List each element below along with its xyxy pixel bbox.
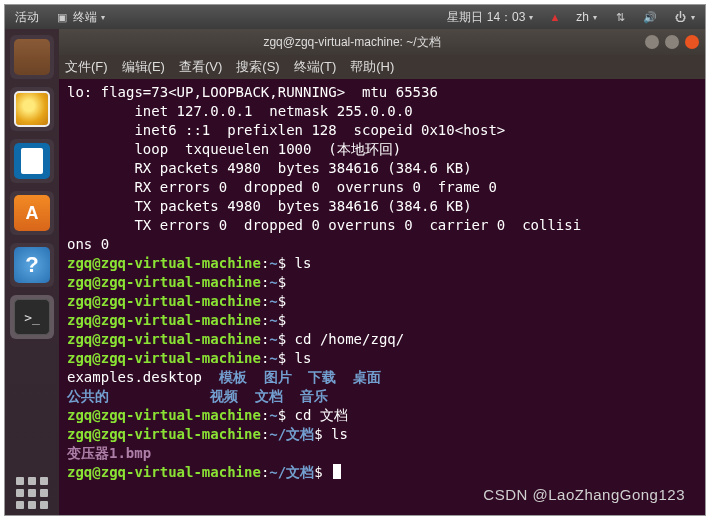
menu-search[interactable]: 搜索(S): [236, 58, 279, 76]
prompt-user: zgq@zgq-virtual-machine: [67, 407, 261, 423]
chevron-down-icon: ▾: [101, 13, 105, 22]
prompt-user: zgq@zgq-virtual-machine: [67, 331, 261, 347]
chevron-down-icon: ▾: [691, 13, 695, 22]
out: loop txqueuelen 1000 (本地环回): [67, 141, 401, 157]
prompt-dollar: $: [314, 426, 331, 442]
launcher-writer[interactable]: [10, 139, 54, 183]
clock[interactable]: 星期日 14：03 ▾: [443, 9, 537, 26]
unity-launcher: [5, 29, 59, 515]
terminal-menubar: 文件(F) 编辑(E) 查看(V) 搜索(S) 终端(T) 帮助(H): [59, 55, 705, 79]
power-icon: ⏻: [673, 10, 687, 24]
app-menu[interactable]: ▣ 终端 ▾: [51, 9, 109, 26]
out: TX errors 0 dropped 0 overruns 0 carrier…: [67, 217, 581, 233]
terminal-window: zgq@zgq-virtual-machine: ~/文档 文件(F) 编辑(E…: [59, 29, 705, 515]
prompt-user: zgq@zgq-virtual-machine: [67, 350, 261, 366]
app-menu-label: 终端: [73, 9, 97, 26]
launcher-files[interactable]: [10, 35, 54, 79]
speaker-icon: 🔊: [643, 10, 657, 24]
launcher-help[interactable]: [10, 243, 54, 287]
help-icon: [14, 247, 50, 283]
files-icon: [14, 39, 50, 75]
prompt-user: zgq@zgq-virtual-machine: [67, 426, 261, 442]
prompt-path: ~: [269, 407, 277, 423]
cmd: ls: [331, 426, 348, 442]
power-indicator[interactable]: ⏻▾: [669, 10, 699, 24]
prompt-path: ~/文档: [269, 426, 314, 442]
cmd: ls: [295, 255, 312, 271]
window-titlebar[interactable]: zgq@zgq-virtual-machine: ~/文档: [59, 29, 705, 55]
network-indicator[interactable]: ⇅: [609, 10, 631, 24]
terminal-output[interactable]: lo: flags=73<UP,LOOPBACK,RUNNING> mtu 65…: [59, 79, 705, 515]
prompt-user: zgq@zgq-virtual-machine: [67, 274, 261, 290]
prompt-user: zgq@zgq-virtual-machine: [67, 312, 261, 328]
terminal-icon: [14, 299, 50, 335]
prompt-path: ~: [269, 274, 277, 290]
prompt-dollar: $: [278, 350, 295, 366]
out: RX errors 0 dropped 0 overruns 0 frame 0: [67, 179, 497, 195]
out: inet6 ::1 prefixlen 128 scopeid 0x10<hos…: [67, 122, 505, 138]
prompt-user: zgq@zgq-virtual-machine: [67, 293, 261, 309]
warning-indicator[interactable]: ▲: [545, 11, 564, 23]
cmd: cd 文档: [295, 407, 348, 423]
prompt-dollar: $: [278, 312, 295, 328]
launcher-terminal[interactable]: [10, 295, 54, 339]
terminal-icon: ▣: [55, 10, 69, 24]
menu-help[interactable]: 帮助(H): [350, 58, 394, 76]
network-icon: ⇅: [613, 10, 627, 24]
chevron-down-icon: ▾: [593, 13, 597, 22]
launcher-rhythmbox[interactable]: [10, 87, 54, 131]
input-source[interactable]: zh ▾: [572, 10, 601, 24]
ls-dirs: 模板 图片 下载 桌面: [219, 369, 382, 385]
volume-indicator[interactable]: 🔊: [639, 10, 661, 24]
prompt-path: ~: [269, 350, 277, 366]
out: RX packets 4980 bytes 384616 (384.6 KB): [67, 160, 472, 176]
minimize-button[interactable]: [645, 35, 659, 49]
launcher-software[interactable]: [10, 191, 54, 235]
out: inet 127.0.0.1 netmask 255.0.0.0: [67, 103, 413, 119]
prompt-path: ~: [269, 293, 277, 309]
prompt-dollar: $: [278, 255, 295, 271]
cmd: cd /home/zgq/: [295, 331, 405, 347]
desktop-frame: 活动 ▣ 终端 ▾ 星期日 14：03 ▾ ▲ zh ▾ ⇅ 🔊 ⏻▾: [4, 4, 706, 516]
launcher-show-apps[interactable]: [10, 471, 54, 515]
speaker-icon: [14, 91, 50, 127]
menu-edit[interactable]: 编辑(E): [122, 58, 165, 76]
maximize-button[interactable]: [665, 35, 679, 49]
ls-dir: 公共的: [67, 388, 210, 404]
prompt-path: ~: [269, 312, 277, 328]
close-button[interactable]: [685, 35, 699, 49]
lang-label: zh: [576, 10, 589, 24]
prompt-path: ~: [269, 255, 277, 271]
prompt-user: zgq@zgq-virtual-machine: [67, 464, 261, 480]
apps-grid-icon: [14, 475, 50, 511]
ls-dirs: 视频 文档 音乐: [210, 388, 328, 404]
prompt-user: zgq@zgq-virtual-machine: [67, 255, 261, 271]
out: ons 0: [67, 236, 109, 252]
window-title: zgq@zgq-virtual-machine: ~/文档: [65, 34, 639, 51]
prompt-dollar: $: [278, 293, 295, 309]
text-cursor: [333, 464, 341, 479]
out: TX packets 4980 bytes 384616 (384.6 KB): [67, 198, 472, 214]
activities-button[interactable]: 活动: [11, 9, 43, 26]
clock-label: 星期日 14：03: [447, 9, 525, 26]
gnome-top-panel: 活动 ▣ 终端 ▾ 星期日 14：03 ▾ ▲ zh ▾ ⇅ 🔊 ⏻▾: [5, 5, 705, 29]
shopping-bag-icon: [14, 195, 50, 231]
menu-file[interactable]: 文件(F): [65, 58, 108, 76]
menu-terminal[interactable]: 终端(T): [294, 58, 337, 76]
prompt-dollar: $: [278, 274, 295, 290]
prompt-path: ~/文档: [269, 464, 314, 480]
prompt-path: ~: [269, 331, 277, 347]
prompt-dollar: $: [314, 464, 331, 480]
document-icon: [14, 143, 50, 179]
prompt-dollar: $: [278, 407, 295, 423]
ls-file: examples.desktop: [67, 369, 219, 385]
cmd: ls: [295, 350, 312, 366]
chevron-down-icon: ▾: [529, 13, 533, 22]
ls-image: 变压器1.bmp: [67, 445, 151, 461]
out: lo: flags=73<UP,LOOPBACK,RUNNING> mtu 65…: [67, 84, 438, 100]
menu-view[interactable]: 查看(V): [179, 58, 222, 76]
prompt-dollar: $: [278, 331, 295, 347]
